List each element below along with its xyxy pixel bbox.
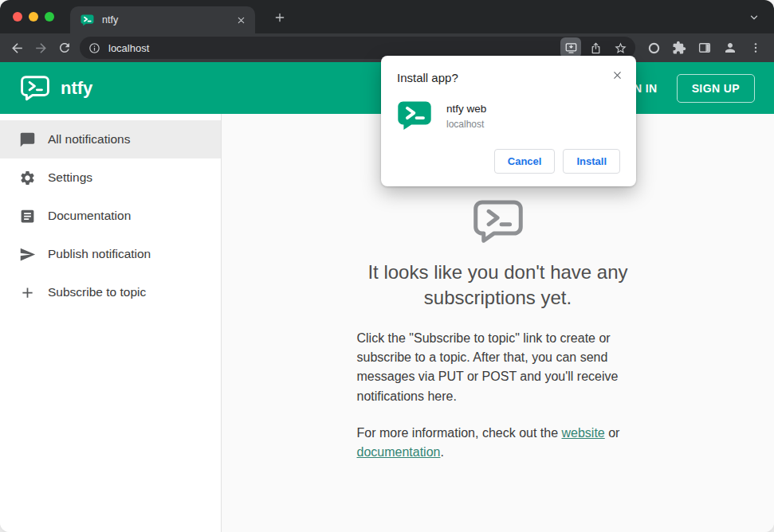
plus-icon: [18, 284, 37, 301]
sidebar: All notifications Settings Documentation…: [0, 114, 222, 532]
install-button[interactable]: Install: [563, 149, 620, 174]
empty-state-heading: It looks like you don't have anysubscrip…: [327, 260, 670, 311]
dialog-title: Install app?: [397, 71, 620, 84]
more-info-after: .: [440, 445, 443, 459]
tab-title: ntfy: [102, 14, 233, 25]
more-info-paragraph: For more information, check out the webs…: [357, 424, 639, 463]
dialog-app-meta: ntfy web localhost: [446, 100, 486, 130]
extensions-puzzle-icon: [672, 41, 686, 55]
sidebar-item-subscribe-to-topic[interactable]: Subscribe to topic: [0, 273, 221, 311]
tab-list-chevron-icon[interactable]: [745, 9, 763, 26]
forward-button[interactable]: [29, 36, 53, 60]
send-icon: [18, 246, 37, 263]
sign-up-button[interactable]: SIGN UP: [677, 74, 755, 103]
ntfy-empty-state-icon: [473, 200, 523, 244]
chat-icon: [18, 131, 37, 148]
menu-dots-icon: [749, 41, 762, 54]
gear-icon: [18, 170, 37, 186]
profile-avatar-icon: [723, 41, 737, 55]
window-controls: [13, 0, 54, 33]
ntfy-logo-icon: [21, 76, 49, 101]
extension-ring-icon: [647, 41, 661, 55]
more-info-before: For more information, check out the: [357, 426, 562, 440]
window-close-button[interactable]: [13, 12, 22, 22]
sidebar-item-settings[interactable]: Settings: [0, 158, 221, 197]
extension-button[interactable]: [642, 36, 666, 60]
reload-icon: [57, 41, 72, 55]
browser-window: ntfy localhost: [0, 0, 774, 532]
heading-line-2: subscriptions yet.: [424, 287, 572, 308]
back-button[interactable]: [5, 36, 29, 60]
browser-menu-button[interactable]: [744, 36, 768, 60]
app-origin: localhost: [446, 119, 486, 130]
tab-strip: ntfy: [0, 0, 774, 33]
browser-tab-ntfy[interactable]: ntfy: [70, 6, 255, 33]
cancel-button[interactable]: Cancel: [494, 149, 556, 174]
documentation-link[interactable]: documentation: [357, 445, 441, 459]
extensions-menu-button[interactable]: [667, 36, 691, 60]
window-minimize-button[interactable]: [29, 12, 38, 22]
profile-button[interactable]: [718, 36, 742, 60]
install-app-dialog: Install app? ntfy web localhost Cancel I…: [381, 56, 636, 186]
site-info-icon[interactable]: [88, 42, 100, 54]
tab-close-icon[interactable]: [233, 12, 249, 28]
reload-button[interactable]: [53, 36, 77, 60]
install-app-icon: [564, 41, 578, 55]
heading-line-1: It looks like you don't have any: [367, 261, 627, 283]
side-panel-button[interactable]: [693, 36, 717, 60]
website-link[interactable]: website: [562, 426, 605, 440]
empty-state-body: Click the "Subscribe to topic" link to c…: [357, 329, 639, 406]
share-icon: [589, 41, 603, 55]
dialog-actions: Cancel Install: [397, 149, 620, 174]
url-text[interactable]: localhost: [108, 42, 149, 54]
sidebar-item-label: All notifications: [48, 132, 130, 147]
sidebar-item-label: Subscribe to topic: [48, 285, 146, 299]
sidebar-item-label: Settings: [48, 170, 92, 185]
dialog-close-icon[interactable]: [607, 65, 627, 84]
ntfy-app-icon: [397, 100, 432, 131]
sidebar-item-publish-notification[interactable]: Publish notification: [0, 235, 221, 273]
bookmark-star-icon: [614, 41, 627, 55]
dialog-app-row: ntfy web localhost: [397, 100, 620, 131]
plus-icon: [274, 12, 285, 23]
toolbar-extensions-area: [642, 36, 769, 60]
sidebar-item-label: Publish notification: [48, 247, 151, 261]
new-tab-button[interactable]: [271, 9, 289, 26]
sidebar-item-label: Documentation: [48, 209, 131, 223]
forward-arrow-icon: [33, 41, 49, 56]
more-info-between: or: [605, 426, 620, 440]
ntfy-favicon-icon: [81, 14, 94, 26]
sidebar-item-documentation[interactable]: Documentation: [0, 197, 221, 235]
article-icon: [18, 208, 37, 225]
app-name: ntfy web: [446, 103, 486, 115]
back-arrow-icon: [10, 41, 25, 56]
window-zoom-button[interactable]: [45, 12, 54, 22]
side-panel-icon: [697, 41, 712, 55]
sidebar-item-all-notifications[interactable]: All notifications: [0, 120, 221, 158]
app-title: ntfy: [61, 78, 92, 99]
